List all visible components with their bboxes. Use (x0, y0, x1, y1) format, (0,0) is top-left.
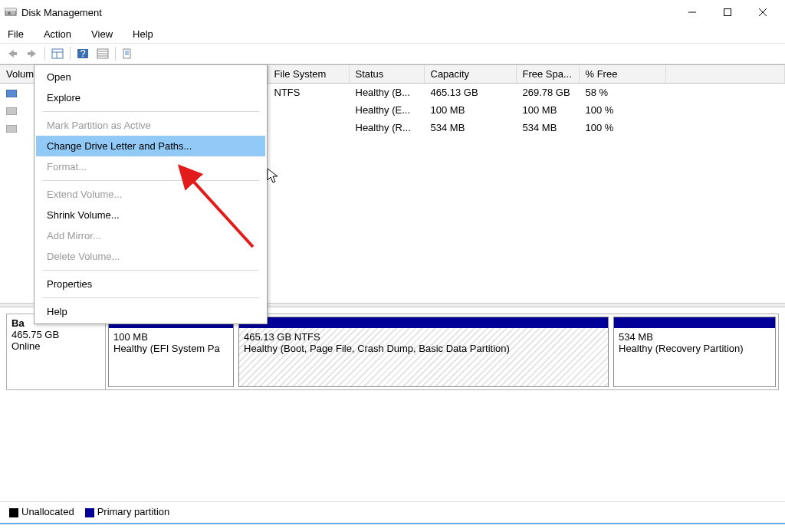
svg-rect-24 (6, 125, 17, 133)
svg-rect-4 (724, 9, 731, 16)
menubar: File Action View Help (0, 25, 785, 43)
menu-view[interactable]: View (88, 27, 116, 41)
back-button[interactable] (3, 45, 21, 62)
partition[interactable]: 534 MB Healthy (Recovery Partition) (613, 317, 776, 387)
ctx-mark-active: Mark Partition as Active (36, 115, 265, 136)
ctx-help[interactable]: Help (36, 301, 265, 322)
window-border (0, 523, 785, 532)
svg-rect-1 (5, 8, 16, 11)
menu-file[interactable]: File (5, 27, 27, 41)
partition-size: 534 MB (619, 331, 770, 343)
ctx-open[interactable]: Open (36, 67, 265, 87)
svg-rect-8 (28, 52, 31, 55)
minimize-button[interactable] (675, 0, 710, 25)
partitions: 100 MB Healthy (EFI System Pa 465.13 GB … (106, 314, 778, 389)
ctx-shrink-volume[interactable]: Shrink Volume... (36, 205, 265, 225)
svg-point-2 (8, 11, 11, 15)
disk-status: Online (11, 340, 100, 352)
menu-action[interactable]: Action (41, 27, 74, 41)
legend: Unallocated Primary partition (0, 501, 785, 521)
context-menu: Open Explore Mark Partition as Active Ch… (34, 64, 268, 324)
col-pctfree[interactable]: % Free (579, 65, 665, 84)
window-title: Disk Management (21, 7, 102, 18)
forward-button[interactable] (23, 45, 41, 62)
svg-rect-23 (6, 107, 17, 115)
col-capacity[interactable]: Capacity (424, 65, 516, 84)
col-status[interactable]: Status (349, 65, 424, 84)
detail-view-icon[interactable] (94, 45, 112, 62)
col-spacer (665, 65, 785, 84)
col-filesystem[interactable]: File System (268, 65, 349, 84)
partition-size: 100 MB (113, 331, 228, 343)
ctx-properties[interactable]: Properties (36, 274, 265, 294)
volume-icon (6, 90, 17, 97)
partition-size: 465.13 GB NTFS (244, 331, 603, 343)
legend-swatch-primary (85, 508, 94, 517)
svg-rect-18 (123, 49, 130, 58)
volume-icon (6, 125, 17, 133)
refresh-icon[interactable] (48, 45, 67, 62)
maximize-button[interactable] (710, 0, 745, 25)
partition[interactable]: 465.13 GB NTFS Healthy (Boot, Page File,… (238, 317, 609, 387)
svg-rect-22 (6, 90, 17, 97)
titlebar: Disk Management (0, 0, 785, 25)
col-freespace[interactable]: Free Spa... (516, 65, 579, 84)
ctx-change-drive-letter[interactable]: Change Drive Letter and Paths... (36, 136, 265, 156)
ctx-explore[interactable]: Explore (36, 87, 265, 108)
close-button[interactable] (745, 0, 780, 25)
disk-graphic: Ba 465.75 GB Online 100 MB Healthy (EFI … (6, 314, 779, 390)
properties-icon[interactable] (119, 45, 137, 62)
ctx-format: Format... (36, 156, 265, 177)
help-icon[interactable]: ? (74, 45, 92, 62)
svg-rect-7 (13, 52, 17, 55)
partition-status: Healthy (EFI System Pa (113, 343, 228, 354)
legend-unallocated: Unallocated (21, 506, 74, 517)
legend-primary: Primary partition (97, 506, 170, 517)
disk-management-icon (5, 6, 17, 18)
menu-help[interactable]: Help (130, 27, 156, 41)
partition[interactable]: 100 MB Healthy (EFI System Pa (108, 317, 234, 387)
svg-text:?: ? (80, 48, 85, 59)
disk-capacity: 465.75 GB (11, 329, 100, 340)
disk-header[interactable]: Ba 465.75 GB Online (7, 314, 106, 389)
ctx-delete-volume: Delete Volume... (36, 246, 265, 267)
toolbar: ? (0, 43, 785, 64)
svg-rect-9 (52, 49, 63, 58)
ctx-extend-volume: Extend Volume... (36, 184, 265, 205)
partition-status: Healthy (Boot, Page File, Crash Dump, Ba… (244, 343, 603, 354)
volume-icon (6, 107, 17, 115)
ctx-add-mirror: Add Mirror... (36, 225, 265, 246)
partition-status: Healthy (Recovery Partition) (619, 343, 770, 354)
legend-swatch-unallocated (9, 508, 18, 517)
